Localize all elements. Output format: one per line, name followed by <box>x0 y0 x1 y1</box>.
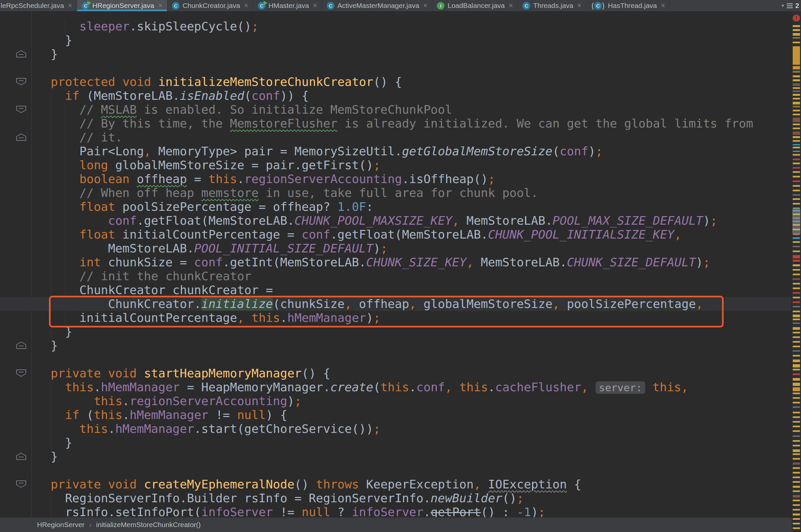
tab-list-icon[interactable] <box>787 3 793 8</box>
error-stripe[interactable]: ! <box>791 11 801 532</box>
close-tab-icon[interactable]: × <box>313 2 317 9</box>
tab-Threads.java[interactable]: CThreads.java× <box>518 0 586 11</box>
close-tab-icon[interactable]: × <box>244 2 248 9</box>
breadcrumb-item[interactable]: initializeMemStoreChunkCreator() <box>96 521 201 529</box>
code-line: long globalMemStoreSize = pair.getFirst(… <box>0 158 792 172</box>
code-line: } <box>0 47 792 61</box>
code-line: if (this.hMemManager != null) { <box>0 408 792 422</box>
tab-leRpcScheduler.java[interactable]: leRpcScheduler.java× <box>0 0 77 11</box>
code-line: protected void initializeMemStoreChunkCr… <box>0 75 792 89</box>
close-tab-icon[interactable]: × <box>158 2 162 9</box>
java-class-icon: C <box>327 2 334 10</box>
code-line: this.hMemManager = HeapMemoryManager.cre… <box>0 380 792 394</box>
code-line: sleeper.skipSleepCycle(); <box>0 19 792 33</box>
tab-label: leRpcScheduler.java <box>1 2 64 10</box>
close-tab-icon[interactable]: × <box>509 2 513 9</box>
code-line: // When off heap memstore in use, take f… <box>0 186 792 200</box>
breadcrumb-item[interactable]: HRegionServer <box>37 521 85 529</box>
ide-window: leRpcScheduler.java×CHRegionServer.java×… <box>0 0 801 532</box>
code-line: // By this time, the MemstoreFlusher is … <box>0 117 792 131</box>
code-line: initialCountPercentage, this.hMemManager… <box>0 311 792 325</box>
code-line: // MSLAB is enabled. So initialize MemSt… <box>0 103 792 117</box>
code-line: this.hMemManager.start(getChoreService()… <box>0 422 792 436</box>
tab-label: ChunkCreator.java <box>183 2 240 10</box>
tab-label: HasThread.java <box>608 2 657 10</box>
code-line: } <box>0 339 792 353</box>
tab-label: HRegionServer.java <box>92 2 154 10</box>
tab-LoadBalancer.java[interactable]: ILoadBalancer.java× <box>432 0 518 11</box>
tab-label: ActiveMasterManager.java <box>337 2 419 10</box>
code-line: boolean offheap = this.regionServerAccou… <box>0 172 792 186</box>
tab-ActiveMasterManager.java[interactable]: CActiveMasterManager.java× <box>322 0 432 11</box>
code-line: ChunkCreator chunkCreator = <box>0 283 792 297</box>
java-class-run-icon: C <box>82 2 89 10</box>
code-line: rsInfo.setInfoPort(infoServer != null ? … <box>0 505 792 517</box>
code-line: Pair<Long, MemoryType> pair = MemorySize… <box>0 145 792 158</box>
breadcrumb-separator-icon: › <box>89 521 92 529</box>
java-interface-icon: I <box>437 2 444 10</box>
code-line: this.regionServerAccounting); <box>0 394 792 408</box>
chevron-down-icon[interactable]: ▾ <box>782 3 784 8</box>
tab-HMaster.java[interactable]: CHMaster.java× <box>253 0 322 11</box>
code-line: int chunkSize = conf.getInt(MemStoreLAB.… <box>0 255 792 269</box>
code-area: sleeper.skipSleepCycle(); } } protected … <box>0 19 792 517</box>
scrollbar-thumb[interactable] <box>793 208 800 235</box>
tab-label: Threads.java <box>533 2 573 10</box>
tab-HRegionServer.java[interactable]: CHRegionServer.java× <box>77 0 167 11</box>
code-editor[interactable]: sleeper.skipSleepCycle(); } } protected … <box>0 11 792 517</box>
code-line: RegionServerInfo.Builder rsInfo = Region… <box>0 491 792 505</box>
code-line: } <box>0 436 792 450</box>
code-line: // it. <box>0 131 792 145</box>
code-line: if (MemStoreLAB.isEnabled(conf)) { <box>0 89 792 103</box>
close-tab-icon[interactable]: × <box>578 2 582 9</box>
close-tab-icon[interactable]: × <box>423 2 427 9</box>
editor-tab-bar: leRpcScheduler.java×CHRegionServer.java×… <box>0 0 801 12</box>
close-tab-icon[interactable]: × <box>68 2 72 9</box>
error-indicator-icon[interactable]: ! <box>793 15 800 21</box>
code-line: float initialCountPercentage = conf.getF… <box>0 228 792 242</box>
tab-ChunkCreator.java[interactable]: CChunkCreator.java× <box>167 0 253 11</box>
java-class-icon: C <box>523 2 530 10</box>
java-class-icon: C <box>172 2 180 10</box>
breadcrumb-bar: HRegionServer›initializeMemStoreChunkCre… <box>0 517 792 532</box>
tab-label: LoadBalancer.java <box>448 2 505 10</box>
hidden-tabs-count[interactable]: 2 <box>795 2 799 10</box>
code-line <box>0 353 792 366</box>
code-line: } <box>0 33 792 47</box>
code-line: float poolSizePercentage = offheap? 1.0F… <box>0 200 792 214</box>
tab-bar-controls: ▾ 2 <box>782 0 799 11</box>
code-line <box>0 463 792 477</box>
code-line: conf.getFloat(MemStoreLAB.CHUNK_POOL_MAX… <box>0 214 792 228</box>
code-line: ChunkCreator.initialize(chunkSize, offhe… <box>0 297 792 311</box>
code-line: } <box>0 325 792 339</box>
java-class-run-icon: C <box>258 2 266 10</box>
code-line: MemStoreLAB.POOL_INITIAL_SIZE_DEFAULT); <box>0 242 792 255</box>
java-abstract-class-icon: (C) <box>591 1 605 10</box>
close-tab-icon[interactable]: × <box>661 2 665 9</box>
code-line: } <box>0 450 792 463</box>
tab-label: HMaster.java <box>269 2 309 10</box>
code-line <box>0 61 792 75</box>
tab-HasThread.java[interactable]: (C)HasThread.java× <box>586 0 670 11</box>
code-line: private void startHeapMemoryManager() { <box>0 366 792 380</box>
code-line: private void createMyEphemeralNode() thr… <box>0 477 792 491</box>
tab-list: leRpcScheduler.java×CHRegionServer.java×… <box>0 0 670 11</box>
code-line: // init the chunkCreator <box>0 269 792 283</box>
